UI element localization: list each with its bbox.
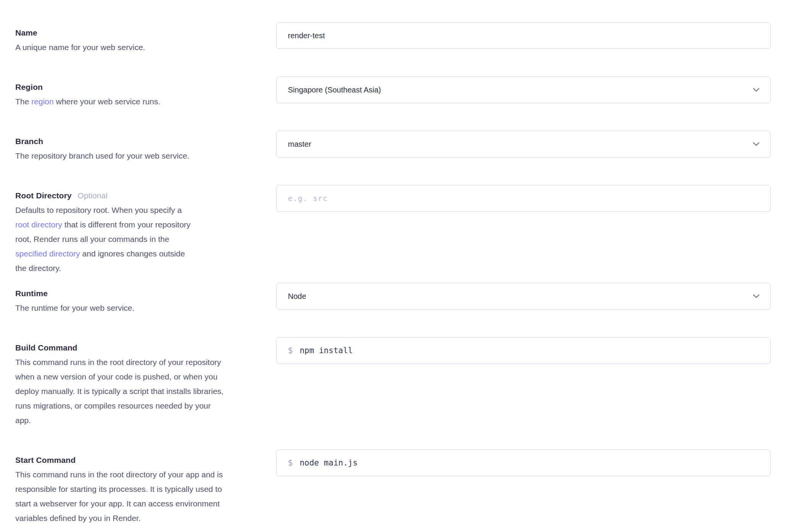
start-command-label: Start Command — [15, 456, 76, 464]
build-command-field-info: Build Command This command runs in the r… — [15, 337, 276, 428]
root-directory-input[interactable] — [288, 185, 759, 211]
chevron-down-icon — [753, 294, 760, 298]
runtime-select[interactable]: Node — [276, 283, 771, 310]
inline-link[interactable]: root directory — [15, 220, 62, 229]
name-field-info: Name A unique name for your web service. — [15, 22, 276, 55]
region-description: The region where your web service runs. — [15, 94, 229, 109]
build-command-label: Build Command — [15, 343, 77, 352]
build-command-input-wrapper: $ — [276, 337, 771, 364]
region-selected-value: Singapore (Southeast Asia) — [288, 86, 381, 94]
name-input[interactable] — [288, 23, 759, 49]
field-row-build-command: Build Command This command runs in the r… — [15, 337, 771, 424]
runtime-field-info: Runtime The runtime for your web service… — [15, 283, 276, 315]
field-row-start-command: Start Command This command runs in the r… — [15, 449, 771, 522]
root-directory-field-info: Root Directory Optional Defaults to repo… — [15, 185, 276, 276]
name-label: Name — [15, 28, 37, 37]
region-select[interactable]: Singapore (Southeast Asia) — [276, 76, 771, 103]
runtime-label: Runtime — [15, 289, 48, 298]
shell-prompt: $ — [288, 346, 293, 355]
start-command-input[interactable] — [300, 450, 759, 476]
chevron-down-icon — [753, 88, 760, 92]
name-description: A unique name for your web service. — [15, 40, 229, 55]
branch-field-info: Branch The repository branch used for yo… — [15, 131, 276, 163]
name-input-wrapper — [276, 22, 771, 49]
runtime-description: The runtime for your web service. — [15, 301, 229, 315]
inline-link[interactable]: region — [31, 97, 54, 106]
build-command-input[interactable] — [300, 337, 759, 363]
inline-link[interactable]: specified directory — [15, 249, 80, 258]
branch-description: The repository branch used for your web … — [15, 149, 229, 163]
field-row-name: Name A unique name for your web service. — [15, 22, 771, 51]
start-command-input-wrapper: $ — [276, 449, 771, 476]
branch-selected-value: master — [288, 140, 311, 149]
branch-select[interactable]: master — [276, 131, 771, 157]
build-command-description: This command runs in the root directory … — [15, 355, 228, 428]
field-row-branch: Branch The repository branch used for yo… — [15, 131, 771, 160]
root-directory-description: Defaults to repository root. When you sp… — [15, 203, 195, 276]
field-row-runtime: Runtime The runtime for your web service… — [15, 283, 771, 312]
field-row-region: Region The region where your web service… — [15, 76, 771, 105]
start-command-field-info: Start Command This command runs in the r… — [15, 449, 276, 526]
runtime-selected-value: Node — [288, 292, 306, 301]
start-command-description: This command runs in the root directory … — [15, 467, 228, 526]
chevron-down-icon — [753, 142, 760, 146]
field-row-root-directory: Root Directory Optional Defaults to repo… — [15, 185, 771, 258]
optional-tag: Optional — [78, 191, 107, 200]
region-field-info: Region The region where your web service… — [15, 76, 276, 109]
shell-prompt: $ — [288, 458, 293, 467]
root-directory-label: Root Directory — [15, 191, 71, 200]
branch-label: Branch — [15, 137, 43, 146]
web-service-settings-form: Name A unique name for your web service.… — [0, 0, 796, 532]
root-directory-input-wrapper — [276, 185, 771, 212]
region-label: Region — [15, 83, 43, 91]
